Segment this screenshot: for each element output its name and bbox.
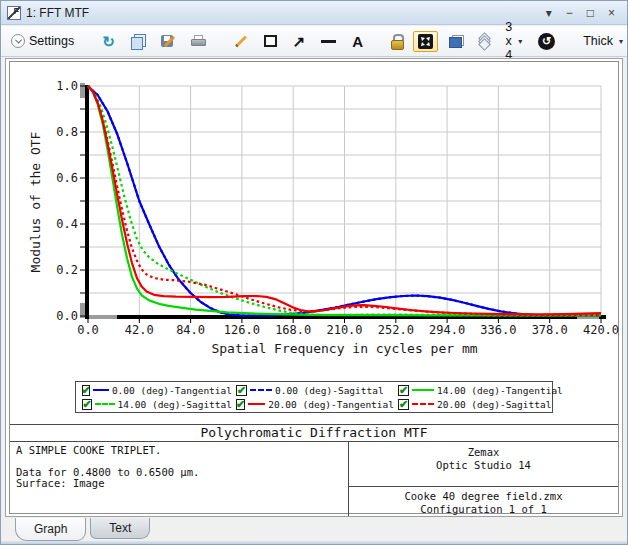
pencil-icon bbox=[235, 35, 247, 47]
text-icon: A bbox=[352, 34, 363, 49]
legend-label: 14.00 (deg)-Tangential bbox=[437, 385, 563, 396]
vendor-box: Zemax Optic Studio 14 bbox=[349, 442, 618, 487]
rectangle-icon bbox=[264, 35, 277, 47]
maximize-icon[interactable]: □ bbox=[587, 7, 594, 19]
svg-text:Modulus of the OTF: Modulus of the OTF bbox=[28, 131, 43, 272]
svg-text:1.0: 1.0 bbox=[56, 79, 78, 93]
reset-view-button[interactable]: ↺ bbox=[533, 30, 560, 53]
insert-text-button[interactable]: A bbox=[347, 31, 368, 52]
legend-line-sample bbox=[412, 389, 434, 391]
minimize-icon[interactable]: − bbox=[566, 7, 573, 19]
mtf-plot[interactable]: 0.042.084.0126.0168.0210.0252.0294.0336.… bbox=[10, 62, 620, 364]
tab-text[interactable]: Text bbox=[90, 518, 150, 539]
legend: ✔0.00 (deg)-Tangential✔0.00 (deg)-Sagitt… bbox=[75, 381, 553, 413]
draw-line-button[interactable] bbox=[316, 37, 341, 46]
layers-button[interactable] bbox=[475, 31, 494, 52]
svg-text:420.0: 420.0 bbox=[583, 323, 619, 337]
plot-title: Polychromatic Diffraction MTF bbox=[10, 425, 618, 442]
legend-line-sample bbox=[93, 389, 109, 391]
copy-icon bbox=[131, 34, 145, 48]
svg-text:0.6: 0.6 bbox=[56, 171, 78, 185]
reset-icon: ↺ bbox=[538, 33, 555, 50]
legend-item[interactable]: ✔20.00 (deg)-Sagittal bbox=[398, 398, 563, 411]
legend-checkbox[interactable]: ✔ bbox=[398, 399, 409, 410]
svg-text:336.0: 336.0 bbox=[480, 323, 516, 337]
line-icon bbox=[321, 40, 336, 43]
settings-button[interactable]: Settings bbox=[6, 31, 79, 51]
refresh-button[interactable]: ↻ bbox=[97, 31, 120, 52]
legend-item[interactable]: ✔14.00 (deg)-Tangential bbox=[398, 384, 563, 397]
file-name: Cooke 40 degree field.zmx bbox=[349, 490, 618, 503]
draw-pencil-button[interactable] bbox=[229, 37, 253, 46]
legend-line-sample bbox=[250, 389, 272, 391]
legend-checkbox[interactable]: ✔ bbox=[236, 399, 245, 410]
svg-text:84.0: 84.0 bbox=[176, 323, 205, 337]
svg-text:0.8: 0.8 bbox=[56, 125, 78, 139]
legend-item[interactable]: ✔14.00 (deg)-Sagittal bbox=[82, 398, 232, 411]
arrow-icon: ↗ bbox=[293, 34, 306, 49]
vendor-line: Zemax bbox=[349, 446, 618, 459]
svg-text:252.0: 252.0 bbox=[378, 323, 414, 337]
legend-checkbox[interactable]: ✔ bbox=[398, 385, 409, 396]
chevron-down-icon: ▾ bbox=[518, 37, 522, 46]
file-box: Cooke 40 degree field.zmx Configuration … bbox=[349, 487, 618, 516]
clone-window-button[interactable] bbox=[444, 32, 469, 51]
chevron-down-circle-icon bbox=[11, 34, 25, 48]
windows-icon bbox=[449, 35, 464, 48]
svg-text:0.0: 0.0 bbox=[56, 309, 78, 323]
svg-text:Spatial Frequency in cycles pe: Spatial Frequency in cycles per mm bbox=[211, 341, 477, 356]
line-thickness-label: Thick bbox=[583, 34, 613, 48]
vendor-line: Optic Studio 14 bbox=[349, 459, 618, 472]
description-line: Surface: Image bbox=[16, 478, 342, 489]
svg-text:168.0: 168.0 bbox=[275, 323, 311, 337]
legend-label: 14.00 (deg)-Sagittal bbox=[118, 399, 232, 410]
line-thickness-dropdown[interactable]: Thick ▾ bbox=[578, 31, 628, 51]
svg-text:378.0: 378.0 bbox=[532, 323, 568, 337]
svg-text:210.0: 210.0 bbox=[326, 323, 362, 337]
save-button[interactable] bbox=[156, 31, 180, 51]
legend-checkbox[interactable]: ✔ bbox=[82, 399, 92, 410]
graph-page: 0.042.084.0126.0168.0210.0252.0294.0336.… bbox=[9, 61, 619, 514]
window-title: 1: FFT MTF bbox=[26, 6, 89, 20]
fft-mtf-window: F 1: FFT MTF ▾ − □ × Settings ↻ ↗ A bbox=[0, 0, 628, 545]
legend-item[interactable]: ✔20.00 (deg)-Tangential bbox=[236, 398, 394, 411]
legend-checkbox[interactable]: ✔ bbox=[82, 385, 90, 396]
svg-text:0.0: 0.0 bbox=[77, 323, 99, 337]
chevron-down-icon: ▾ bbox=[619, 37, 623, 46]
svg-text:0.4: 0.4 bbox=[56, 217, 78, 231]
print-icon bbox=[191, 35, 206, 48]
fft-window-icon: F bbox=[7, 6, 21, 20]
configuration-label: Configuration 1 of 1 bbox=[349, 503, 618, 516]
legend-line-sample bbox=[412, 403, 434, 405]
legend-label: 0.00 (deg)-Tangential bbox=[112, 385, 232, 396]
svg-text:294.0: 294.0 bbox=[429, 323, 465, 337]
fit-window-button[interactable] bbox=[413, 31, 438, 52]
legend-label: 0.00 (deg)-Sagittal bbox=[275, 385, 384, 396]
print-button[interactable] bbox=[186, 32, 211, 51]
layers-icon bbox=[480, 34, 489, 49]
close-icon[interactable]: × bbox=[608, 7, 615, 19]
legend-item[interactable]: ✔0.00 (deg)-Sagittal bbox=[236, 384, 394, 397]
save-icon bbox=[161, 34, 175, 48]
svg-text:126.0: 126.0 bbox=[224, 323, 260, 337]
footer-table: Polychromatic Diffraction MTF A SIMPLE C… bbox=[10, 424, 618, 513]
lock-icon bbox=[391, 34, 402, 48]
titlebar: F 1: FFT MTF ▾ − □ × bbox=[1, 1, 627, 25]
copy-button[interactable] bbox=[126, 31, 150, 51]
refresh-icon: ↻ bbox=[102, 34, 115, 49]
toolbar: Settings ↻ ↗ A 3 x 4 ▾ ↺ Thick ▾ bbox=[1, 26, 627, 57]
description-line: A SIMPLE COOKE TRIPLET. bbox=[16, 445, 342, 456]
draw-rectangle-button[interactable] bbox=[259, 32, 282, 50]
legend-item[interactable]: ✔0.00 (deg)-Tangential bbox=[82, 384, 232, 397]
legend-label: 20.00 (deg)-Tangential bbox=[268, 399, 394, 410]
draw-arrow-button[interactable]: ↗ bbox=[288, 31, 311, 52]
graph-panel: 0.042.084.0126.0168.0210.0252.0294.0336.… bbox=[5, 58, 623, 517]
lock-button[interactable] bbox=[386, 31, 407, 51]
legend-label: 20.00 (deg)-Sagittal bbox=[437, 399, 551, 410]
fit-arrows-icon bbox=[418, 34, 433, 49]
legend-checkbox[interactable]: ✔ bbox=[236, 385, 247, 396]
window-bottom-border bbox=[1, 541, 627, 544]
grid-layout-label: 3 x 4 bbox=[505, 20, 512, 62]
tab-graph[interactable]: Graph bbox=[15, 518, 86, 541]
window-menu-icon[interactable]: ▾ bbox=[546, 7, 552, 19]
